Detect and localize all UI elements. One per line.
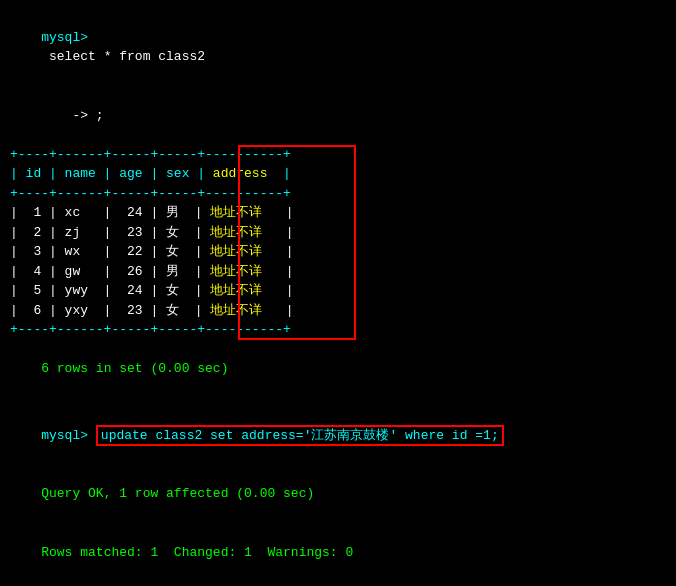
query1-cont: -> ; <box>10 86 666 145</box>
table1-wrapper: +----+------+-----+-----+----------+ | i… <box>10 145 293 340</box>
rows-matched-line: Rows matched: 1 Changed: 1 Warnings: 0 <box>10 523 666 582</box>
rows-matched-text: Rows matched: 1 Changed: 1 Warnings: 0 <box>41 545 353 560</box>
row1-6: | 6 | yxy | 23 | 女 | 地址不详 | <box>10 301 293 321</box>
prompt1: mysql> <box>41 30 88 45</box>
rowcount1: 6 rows in set (0.00 sec) <box>10 340 666 399</box>
query-ok-line: Query OK, 1 row affected (0.00 sec) <box>10 465 666 524</box>
sep1-mid: +----+------+-----+-----+----------+ <box>10 184 293 204</box>
row1-4: | 4 | gw | 26 | 男 | 地址不详 | <box>10 262 293 282</box>
row1-1: | 1 | xc | 24 | 男 | 地址不详 | <box>10 203 293 223</box>
update-cmd-box: update class2 set address='江苏南京鼓楼' where… <box>96 425 504 446</box>
table1-header: | id | name | age | sex | address | <box>10 164 293 184</box>
prompt2: mysql> <box>41 428 96 443</box>
sep1-bot: +----+------+-----+-----+----------+ <box>10 320 293 340</box>
sep1-top: +----+------+-----+-----+----------+ <box>10 145 293 165</box>
row1-2: | 2 | zj | 23 | 女 | 地址不详 | <box>10 223 293 243</box>
rowcount1-text: 6 rows in set (0.00 sec) <box>41 361 228 376</box>
cmd1: select * from class2 <box>41 49 205 64</box>
terminal-content: mysql> select * from class2 -> ; +----+-… <box>10 8 666 586</box>
query1-line: mysql> select * from class2 <box>10 8 666 86</box>
cmd1-cont: -> ; <box>41 108 103 123</box>
update-line: mysql> update class2 set address='江苏南京鼓楼… <box>10 406 666 465</box>
row1-5: | 5 | ywy | 24 | 女 | 地址不详 | <box>10 281 293 301</box>
row1-3: | 3 | wx | 22 | 女 | 地址不详 | <box>10 242 293 262</box>
query-ok-text: Query OK, 1 row affected (0.00 sec) <box>41 486 314 501</box>
